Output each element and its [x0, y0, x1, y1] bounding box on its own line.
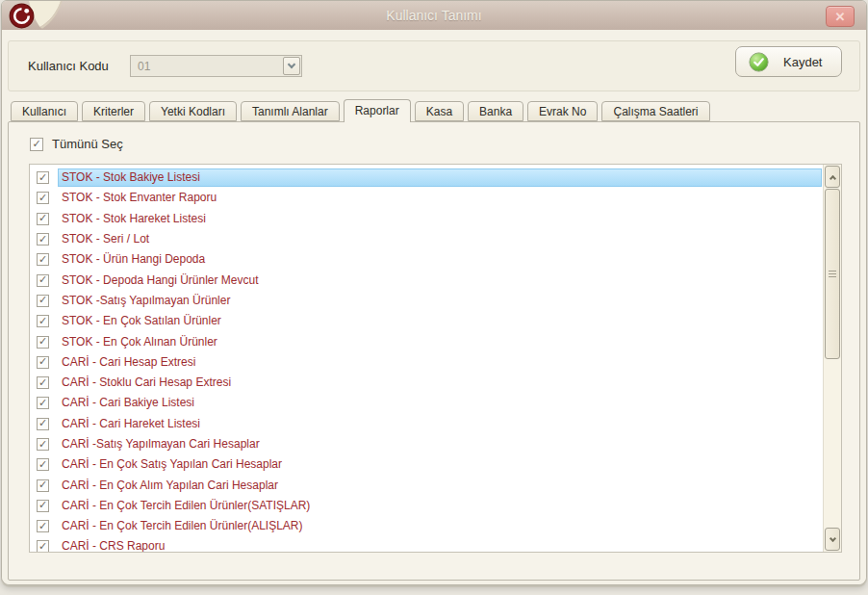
- scroll-down-button[interactable]: [825, 528, 840, 551]
- row-label: STOK - Depoda Hangi Ürünler Mevcut: [58, 272, 822, 290]
- report-row[interactable]: ✓ STOK - Stok Bakiye Listesi: [30, 168, 823, 188]
- report-row[interactable]: ✓ CARİ - En Çok Alım Yapılan Cari Hesapl…: [30, 475, 823, 495]
- report-row[interactable]: ✓ CARİ - En Çok Satış Yapılan Cari Hesap…: [30, 454, 823, 475]
- chevron-up-icon: [829, 174, 835, 181]
- row-checkbox[interactable]: ✓: [37, 253, 49, 266]
- row-label: CARİ - En Çok Tercih Edilen Ürünler(ALIŞ…: [58, 517, 822, 535]
- report-row[interactable]: ✓ CARİ - Stoklu Cari Hesap Extresi: [30, 373, 823, 393]
- tab-label: Yetki Kodları: [161, 105, 225, 118]
- tab-yetki-kodları[interactable]: Yetki Kodları: [149, 101, 237, 121]
- report-row[interactable]: ✓ STOK - Ürün Hangi Depoda: [30, 249, 823, 270]
- check-icon: ✓: [38, 234, 47, 245]
- row-checkbox[interactable]: ✓: [37, 213, 49, 225]
- user-code-value: 01: [131, 60, 283, 73]
- scroll-up-button[interactable]: [825, 166, 840, 188]
- report-row[interactable]: ✓ CARİ - Cari Bakiye Listesi: [30, 393, 823, 413]
- report-row[interactable]: ✓ STOK -Satış Yapılmayan Ürünler: [30, 291, 823, 311]
- row-checkbox[interactable]: ✓: [37, 192, 49, 204]
- combobox-arrow-button[interactable]: [283, 57, 300, 75]
- check-icon: ✓: [38, 254, 47, 265]
- check-icon: ✓: [32, 139, 40, 149]
- check-icon: ✓: [38, 356, 47, 367]
- row-label: CARİ - En Çok Tercih Edilen Ürünler(SATI…: [58, 497, 822, 515]
- row-label: CARİ - En Çok Alım Yapılan Cari Hesaplar: [58, 477, 822, 495]
- row-label: CARİ - Stoklu Cari Hesap Extresi: [58, 374, 822, 392]
- row-label: STOK - Stok Bakiye Listesi: [58, 168, 822, 187]
- row-checkbox[interactable]: ✓: [37, 397, 49, 409]
- report-row[interactable]: ✓ CARİ -Satış Yapılmayan Cari Hesaplar: [30, 434, 823, 454]
- row-checkbox[interactable]: ✓: [37, 171, 49, 184]
- report-row[interactable]: ✓ CARİ - En Çok Tercih Edilen Ürünler(SA…: [30, 496, 823, 516]
- report-row[interactable]: ✓ CARİ - En Çok Tercih Edilen Ürünler(AL…: [30, 516, 823, 536]
- row-label: STOK - Ürün Hangi Depoda: [58, 250, 822, 269]
- report-row[interactable]: ✓ STOK - Stok Envanter Raporu: [30, 188, 823, 208]
- check-icon: ✓: [38, 316, 47, 326]
- row-label: CARİ - Cari Bakiye Listesi: [58, 394, 822, 412]
- report-list: ✓ STOK - Stok Bakiye Listesi ✓ STOK - St…: [30, 165, 823, 552]
- user-code-combobox[interactable]: 01: [130, 55, 302, 77]
- chevron-down-icon: [829, 534, 835, 541]
- tab-label: Banka: [479, 105, 512, 118]
- tab-evrak-no[interactable]: Evrak No: [527, 101, 598, 121]
- row-label: STOK - Seri / Lot: [58, 230, 822, 248]
- check-icon: ✓: [38, 521, 47, 531]
- save-button-label: Kaydet: [783, 55, 822, 69]
- row-checkbox[interactable]: ✓: [37, 520, 49, 532]
- dialog-body: Kullanıcı Kodu 01 Kaydet: [2, 30, 866, 584]
- check-icon: ✓: [38, 439, 47, 450]
- report-row[interactable]: ✓ STOK - En Çok Satılan Ürünler: [30, 311, 823, 331]
- vertical-scrollbar: [823, 165, 841, 552]
- row-checkbox[interactable]: ✓: [37, 233, 49, 246]
- report-row[interactable]: ✓ STOK - En Çok Alınan Ürünler: [30, 331, 823, 351]
- tab-kasa[interactable]: Kasa: [415, 101, 464, 121]
- tab-label: Raporlar: [355, 104, 399, 117]
- window-title: Kullanıcı Tanımı: [2, 1, 866, 30]
- check-icon: ✓: [38, 479, 47, 490]
- row-checkbox[interactable]: ✓: [37, 500, 49, 512]
- row-checkbox[interactable]: ✓: [37, 356, 49, 369]
- check-icon: ✓: [38, 459, 47, 470]
- row-checkbox[interactable]: ✓: [37, 295, 49, 307]
- row-label: STOK - Stok Envanter Raporu: [58, 189, 822, 207]
- tab-tanımlı-alanlar[interactable]: Tanımlı Alanlar: [241, 101, 340, 121]
- tab-raporlar[interactable]: Raporlar: [344, 99, 411, 122]
- report-row[interactable]: ✓ CARİ - Cari Hesap Extresi: [30, 352, 823, 373]
- thumb-grip-icon: [829, 273, 836, 274]
- tab-label: Tanımlı Alanlar: [252, 105, 328, 118]
- row-checkbox[interactable]: ✓: [37, 418, 49, 430]
- report-row[interactable]: ✓ STOK - Seri / Lot: [30, 229, 823, 249]
- close-button[interactable]: ✕: [826, 6, 855, 27]
- row-checkbox[interactable]: ✓: [37, 540, 49, 552]
- select-all-checkbox[interactable]: ✓: [30, 138, 43, 151]
- check-icon: ✓: [38, 193, 47, 203]
- tab-çalışma-saatleri[interactable]: Çalışma Saatleri: [601, 101, 709, 121]
- row-label: STOK -Satış Yapılmayan Ürünler: [58, 292, 822, 310]
- row-label: CARİ -Satış Yapılmayan Cari Hesaplar: [58, 435, 822, 453]
- scroll-thumb[interactable]: [825, 189, 840, 359]
- close-icon: ✕: [835, 10, 846, 24]
- row-checkbox[interactable]: ✓: [37, 336, 49, 349]
- row-checkbox[interactable]: ✓: [37, 479, 49, 492]
- row-checkbox[interactable]: ✓: [37, 438, 49, 451]
- user-code-label: Kullanıcı Kodu: [28, 59, 109, 73]
- save-check-icon: [749, 52, 769, 72]
- check-icon: ✓: [38, 213, 47, 223]
- report-listbox: ✓ STOK - Stok Bakiye Listesi ✓ STOK - St…: [29, 164, 842, 553]
- row-label: CARİ - Cari Hareket Listesi: [58, 415, 822, 433]
- report-row[interactable]: ✓ CARİ - CRS Raporu: [30, 536, 823, 552]
- tab-kriterler[interactable]: Kriterler: [82, 101, 145, 121]
- tab-banka[interactable]: Banka: [468, 101, 523, 121]
- row-checkbox[interactable]: ✓: [37, 315, 49, 327]
- save-button[interactable]: Kaydet: [735, 46, 842, 77]
- check-icon: ✓: [38, 295, 47, 305]
- report-row[interactable]: ✓ STOK - Stok Hareket Listesi: [30, 209, 823, 229]
- check-icon: ✓: [38, 500, 47, 510]
- check-icon: ✓: [38, 418, 47, 428]
- row-checkbox[interactable]: ✓: [37, 274, 49, 287]
- report-row[interactable]: ✓ CARİ - Cari Hareket Listesi: [30, 414, 823, 434]
- report-row[interactable]: ✓ STOK - Depoda Hangi Ürünler Mevcut: [30, 270, 823, 290]
- tab-label: Kriterler: [93, 105, 134, 118]
- tab-kullanıcı[interactable]: Kullanıcı: [11, 101, 78, 121]
- row-checkbox[interactable]: ✓: [37, 376, 49, 389]
- row-checkbox[interactable]: ✓: [37, 458, 49, 471]
